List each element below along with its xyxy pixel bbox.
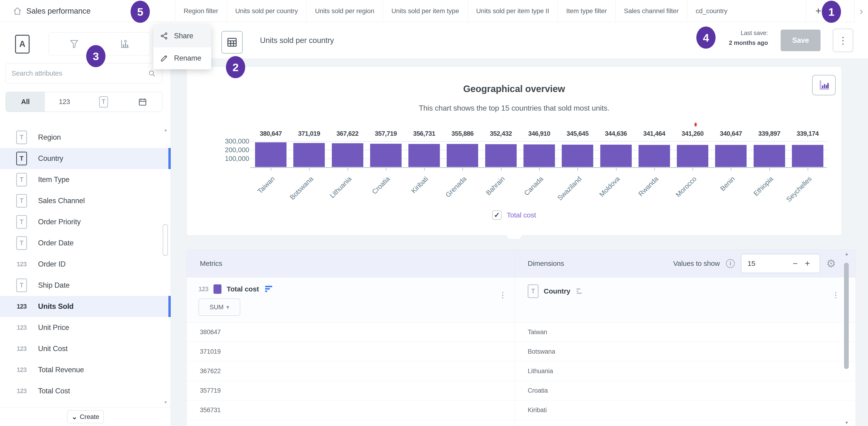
info-icon[interactable]: i	[726, 259, 735, 268]
filter-date-segment[interactable]	[123, 92, 162, 112]
text-tool-button[interactable]: A	[15, 35, 30, 54]
metric-column-menu[interactable]: ⋮	[499, 291, 506, 299]
sidebar-item-order-date[interactable]: TOrder Date	[0, 233, 171, 254]
chart-bar-grenada[interactable]: 355,886Grenada	[447, 141, 478, 167]
chart-bar-morocco[interactable]: 341,260Morocco	[677, 141, 708, 167]
chart-bar-canada[interactable]: 346,910Canada	[524, 141, 555, 167]
sidebar-item-item-type[interactable]: TItem Type	[0, 169, 171, 190]
bar[interactable]	[677, 145, 708, 167]
data-table-view-button[interactable]	[221, 31, 243, 54]
tabs-overflow-button[interactable]: ›	[855, 0, 868, 22]
legend-label[interactable]: Total cost	[507, 211, 536, 219]
save-button[interactable]: Save	[781, 30, 820, 51]
sidebar-item-total-revenue[interactable]: 123Total Revenue	[0, 359, 171, 381]
chart-settings-icon[interactable]	[120, 38, 130, 49]
sidebar-item-order-priority[interactable]: TOrder Priority	[0, 211, 171, 233]
sidebar-item-total-cost[interactable]: 123Total Cost	[0, 381, 171, 402]
tab-units-sold-per-item-type-ii[interactable]: Units sold per item type II	[468, 0, 558, 22]
menu-item-rename[interactable]: Rename	[153, 47, 211, 69]
scroll-up-icon[interactable]: ▲	[843, 251, 850, 256]
scroll-up-icon[interactable]: ▲	[162, 128, 168, 132]
create-bar: ⌄ Create	[0, 407, 171, 426]
sidebar-item-label: Sales Channel	[38, 196, 85, 205]
sidebar-item-ship-date[interactable]: TShip Date	[0, 275, 171, 296]
chart-bar-lithuania[interactable]: 367,622Lithuania	[332, 141, 363, 167]
sidebar-item-label: Item Type	[38, 176, 69, 184]
menu-item-share[interactable]: Share	[153, 25, 211, 47]
toolbar-menu-button[interactable]: ⋮	[833, 29, 853, 52]
legend-checkbox[interactable]: ✓	[492, 210, 502, 220]
sidebar-item-units-sold[interactable]: 123Units Sold	[0, 296, 171, 317]
axis-tick	[501, 168, 501, 171]
home-button[interactable]	[12, 5, 23, 17]
tab-region-filter[interactable]: Region filter	[175, 0, 227, 22]
bar[interactable]	[600, 145, 632, 167]
chart-bar-kiribati[interactable]: 356,731Kiribati	[408, 141, 440, 167]
sidebar-item-unit-price[interactable]: 123Unit Price	[0, 317, 171, 338]
chart-bar-swaziland[interactable]: 345,645Swaziland	[562, 141, 593, 167]
bar[interactable]	[447, 144, 478, 167]
chart-bar-benin[interactable]: 340,647Benin	[715, 141, 747, 167]
x-axis-line	[250, 167, 827, 168]
sidebar-item-region[interactable]: TRegion	[0, 127, 171, 148]
widget-resize-handle[interactable]	[506, 235, 522, 239]
increment-button[interactable]: +	[801, 258, 813, 268]
gear-icon[interactable]: ⚙	[826, 257, 836, 270]
tab-item-type-filter[interactable]: Item type filter	[558, 0, 615, 22]
sidebar-item-order-id[interactable]: 123Order ID	[0, 254, 171, 275]
tab-sales-channel-filter[interactable]: Sales channel filter	[615, 0, 687, 22]
chart-bar-taiwan[interactable]: 380,647Taiwan	[255, 141, 286, 167]
bar[interactable]	[485, 144, 517, 167]
scrollbar-thumb[interactable]	[844, 263, 849, 369]
tab-units-sold-per-item-type[interactable]: Units sold per item type	[383, 0, 468, 22]
chart-bar-bahrain[interactable]: 352,432Bahrain	[485, 141, 517, 167]
bar[interactable]	[715, 145, 747, 167]
values-to-show-value[interactable]: 15	[747, 260, 789, 268]
bar[interactable]	[639, 145, 670, 167]
decrement-button[interactable]: −	[789, 258, 801, 268]
bar[interactable]	[332, 143, 363, 167]
bar[interactable]	[792, 145, 824, 167]
bar[interactable]	[293, 143, 325, 167]
scrollbar-thumb[interactable]	[163, 224, 168, 256]
tab-units-sold-per-country[interactable]: Units sold per country	[227, 0, 306, 22]
sidebar-scrollbar[interactable]: ▲ ▼	[162, 128, 168, 405]
sort-icon[interactable]	[576, 288, 584, 295]
chart-bar-moldova[interactable]: 344,636Moldova	[600, 141, 632, 167]
bar[interactable]	[754, 145, 785, 167]
text-type-icon: T	[528, 284, 538, 298]
filter-numeric-segment[interactable]: 123	[45, 92, 84, 112]
scroll-down-icon[interactable]: ▼	[162, 400, 168, 405]
number-type-icon: 123	[17, 324, 27, 331]
aggregation-dropdown[interactable]: SUM ▾	[198, 299, 240, 316]
chart-bar-ethiopia[interactable]: 339,897Ethiopia	[754, 141, 785, 167]
bar[interactable]	[408, 144, 440, 167]
chart-bar-croatia[interactable]: 357,719Croatia	[370, 141, 402, 167]
values-to-show-label: Values to show	[673, 260, 720, 268]
chart-widget[interactable]: Geographical overview This chart shows t…	[186, 66, 842, 236]
tab-cd-country[interactable]: cd_country	[687, 0, 736, 22]
filter-funnel-icon[interactable]	[69, 39, 80, 49]
filter-all-segment[interactable]: All	[6, 92, 45, 112]
search-input[interactable]	[11, 69, 148, 77]
dimension-column-menu[interactable]: ⋮	[832, 291, 840, 299]
bar[interactable]	[370, 144, 402, 167]
filter-text-segment[interactable]: T	[84, 92, 123, 112]
dimensions-group-label: Dimensions	[528, 250, 564, 277]
sidebar-item-country[interactable]: TCountry	[0, 148, 171, 169]
chart-bar-botswana[interactable]: 371,019Botswana	[293, 141, 325, 167]
tab-units-sold-per-region[interactable]: Units sold per region	[306, 0, 383, 22]
bar[interactable]	[562, 145, 593, 167]
sidebar-item-unit-cost[interactable]: 123Unit Cost	[0, 338, 171, 359]
create-button[interactable]: ⌄ Create	[67, 410, 104, 423]
bar[interactable]	[255, 142, 286, 167]
sidebar-item-sales-channel[interactable]: TSales Channel	[0, 190, 171, 211]
scroll-down-icon[interactable]: ▼	[843, 420, 850, 425]
chart-bar-seychelles[interactable]: 339,174Seychelles	[792, 141, 824, 167]
axis-tick	[616, 168, 617, 171]
table-scrollbar[interactable]: ▲ ▼	[843, 251, 850, 425]
bar[interactable]	[524, 145, 555, 167]
series-color-swatch[interactable]	[214, 284, 221, 294]
chart-bar-rwanda[interactable]: 341,464Rwanda	[639, 141, 670, 167]
sort-descending-icon[interactable]	[264, 285, 273, 293]
